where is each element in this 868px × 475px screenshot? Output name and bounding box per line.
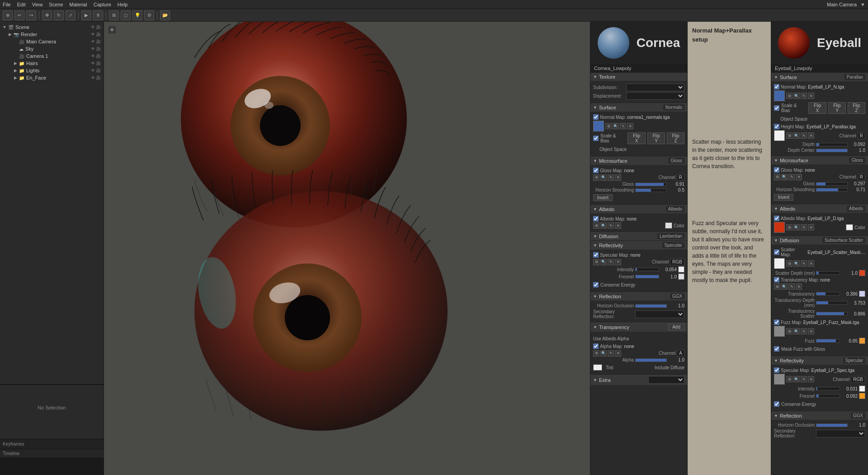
spec-settings-cornea[interactable]: ⚙	[593, 259, 599, 265]
horizon-smoothing-track-eyeball[interactable]	[816, 188, 848, 192]
reflection-header-cornea[interactable]: ▼ Reflection GGX	[590, 292, 687, 301]
tint-swatch[interactable]	[593, 364, 602, 371]
reflectivity-header-eyeball[interactable]: ▼ Reflectivity Specular	[771, 356, 868, 365]
gloss-settings-eyeball[interactable]: ⚙	[774, 174, 780, 180]
gloss-delete[interactable]: ✕	[615, 174, 621, 181]
depth-track[interactable]	[816, 143, 848, 146]
menu-capture[interactable]: Capture	[94, 2, 111, 7]
spec-settings-eyeball[interactable]: ⚙	[786, 376, 793, 382]
translucency-scatter-track[interactable]	[816, 312, 848, 315]
flip-z-btn-eyeball[interactable]: Flip Z	[848, 102, 865, 114]
intensity-track-eyeball[interactable]	[816, 387, 840, 390]
menu-file[interactable]: File	[3, 2, 11, 7]
gloss-settings[interactable]: ⚙	[593, 174, 599, 181]
microsurface-header-eyeball[interactable]: ▼ Microsurface Gloss	[771, 155, 868, 165]
spec-checkbox-eyeball[interactable]	[774, 367, 779, 373]
tree-item-en-face[interactable]: ▶ 📁 En_Face 👁 🎥	[0, 74, 104, 81]
surface-header-eyeball[interactable]: ▼ Surface Parallax	[771, 72, 868, 81]
intensity-track-cornea[interactable]	[635, 268, 659, 271]
trans-edit[interactable]: ✎	[788, 283, 795, 290]
mask-fuzz-checkbox[interactable]	[774, 346, 779, 352]
toolbar-btn-scale[interactable]: ⤢	[66, 10, 75, 20]
albedo-swatch-eyeball[interactable]	[846, 224, 853, 230]
render-vis-cam[interactable]: 🎥	[96, 32, 101, 37]
maincam-vis-eye[interactable]: 👁	[91, 39, 95, 44]
tree-item-main-camera[interactable]: 🎥 Main Camera 👁 🎥	[0, 38, 104, 45]
gloss-edit[interactable]: ✎	[608, 174, 614, 181]
scatter-checkbox-eyeball[interactable]	[774, 249, 779, 255]
invert-btn-cornea[interactable]: Invert	[593, 194, 613, 201]
scatter-search-eyeball[interactable]: 🔍	[793, 260, 800, 267]
secondary-reflection-select-cornea[interactable]	[635, 310, 684, 318]
tree-item-sky[interactable]: ☁ Sky 👁 🎥	[0, 45, 104, 52]
albedo-edit-eyeball[interactable]: ✎	[801, 224, 807, 230]
toolbar-btn-grid[interactable]: ⊞	[109, 10, 119, 20]
toolbar-btn-move[interactable]: ✥	[42, 10, 52, 20]
scale-bias-checkbox[interactable]	[593, 136, 599, 141]
reflection-header-eyeball[interactable]: ▼ Reflection GGX	[771, 411, 868, 420]
secondary-reflection-select-eyeball[interactable]	[816, 430, 865, 437]
spec-delete-cornea[interactable]: ✕	[615, 259, 621, 265]
hairs-vis-eye[interactable]: 👁	[91, 61, 95, 66]
fuzz-delete[interactable]: ✕	[808, 328, 814, 334]
scatter-depth-track[interactable]	[816, 271, 840, 275]
translucency-track[interactable]	[816, 292, 840, 296]
scale-bias-checkbox-eyeball[interactable]	[774, 105, 779, 111]
extra-header-cornea[interactable]: ▼ Extra	[590, 374, 687, 385]
enface-vis-eye[interactable]: 👁	[91, 75, 95, 80]
conserve-energy-checkbox-cornea[interactable]	[593, 282, 599, 287]
surface-section-header[interactable]: ▼ Surface Normals	[590, 103, 687, 112]
invert-btn-eyeball[interactable]: Invert	[774, 194, 793, 201]
alpha-edit[interactable]: ✎	[608, 350, 614, 357]
flip-y-btn-eyeball[interactable]: Flip Y	[828, 102, 846, 114]
toolbar-btn-rotate[interactable]: ↻	[54, 10, 64, 20]
spec-search-cornea[interactable]: 🔍	[600, 259, 607, 265]
toolbar-btn-folder[interactable]: 📂	[160, 10, 170, 20]
viewport-tool-btn[interactable]: ✥	[108, 25, 117, 34]
toolbar-btn-1[interactable]: ⊕	[3, 10, 13, 20]
flip-z-btn[interactable]: Flip Z	[667, 132, 684, 144]
lights-vis-eye[interactable]: 👁	[91, 68, 95, 73]
nm-settings-eyeball[interactable]: ⚙	[786, 93, 793, 99]
scatter-settings-eyeball[interactable]: ⚙	[786, 260, 793, 267]
albedo-color-swatch-cornea[interactable]	[665, 222, 672, 229]
horizon-occlusion-track-cornea[interactable]	[635, 304, 667, 308]
conserve-energy-checkbox-eyeball[interactable]	[774, 401, 779, 407]
menu-material[interactable]: Material	[70, 2, 87, 7]
diffusion-header-cornea[interactable]: ▼ Diffusion Lambertian	[590, 231, 687, 240]
transparency-header-cornea[interactable]: ▼ Transparency Add	[590, 322, 687, 332]
height-map-checkbox-eyeball[interactable]	[774, 124, 779, 129]
lights-vis-cam[interactable]: 🎥	[96, 68, 101, 73]
albedo-header-eyeball[interactable]: ▼ Albedo Albedo	[771, 204, 868, 213]
toolbar-btn-wireframe[interactable]: ◻	[121, 10, 131, 20]
albedo-checkbox-eyeball[interactable]	[774, 216, 779, 221]
maincam-vis-cam[interactable]: 🎥	[96, 39, 101, 44]
fuzz-edit[interactable]: ✎	[801, 328, 807, 334]
normal-map-checkbox[interactable]	[593, 114, 599, 120]
normal-map-checkbox-eyeball[interactable]	[774, 84, 779, 89]
toolbar-btn-2[interactable]: ↩	[14, 10, 24, 20]
gloss-search-eyeball[interactable]: 🔍	[781, 174, 788, 180]
spec-search-eyeball[interactable]: 🔍	[793, 376, 800, 382]
normal-map-settings[interactable]: ⚙	[605, 123, 612, 129]
scatter-edit-eyeball[interactable]: ✎	[801, 260, 807, 267]
alpha-delete[interactable]: ✕	[615, 350, 621, 357]
gloss-checkbox[interactable]	[593, 168, 599, 173]
fuzz-settings[interactable]: ⚙	[786, 328, 793, 334]
translucency-depth-track[interactable]	[816, 301, 848, 305]
nm-edit-eyeball[interactable]: ✎	[801, 93, 807, 99]
cam1-vis-eye[interactable]: 👁	[91, 54, 95, 58]
toolbar-btn-render[interactable]: ▶	[81, 10, 91, 20]
toolbar-btn-light[interactable]: 💡	[132, 10, 142, 20]
alpha-checkbox[interactable]	[593, 343, 599, 349]
sky-vis-cam[interactable]: 🎥	[96, 47, 101, 51]
tree-item-camera1[interactable]: 🎥 Camera 1 👁 🎥	[0, 52, 104, 60]
fresnel-track-eyeball[interactable]	[816, 394, 840, 398]
hairs-vis-cam[interactable]: 🎥	[96, 61, 101, 66]
albedo-header-cornea[interactable]: ▼ Albedo Albedo	[590, 204, 687, 213]
tree-item-lights[interactable]: ▶ 📁 Lights 👁 🎥	[0, 67, 104, 74]
vis-camera-icon[interactable]: 🎥	[96, 25, 101, 29]
hm-search-eyeball[interactable]: 🔍	[793, 132, 800, 139]
toolbar-btn-pause[interactable]: ⏸	[93, 10, 103, 20]
fuzz-search[interactable]: 🔍	[793, 328, 800, 334]
